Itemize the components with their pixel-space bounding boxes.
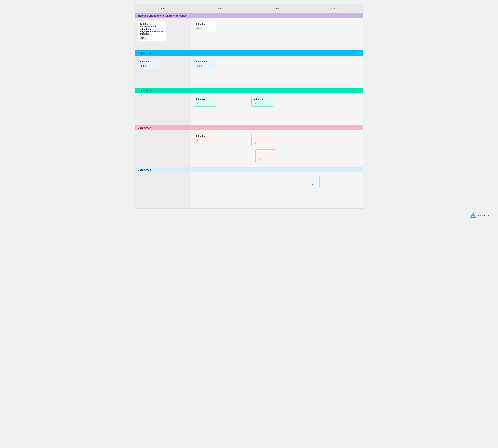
cell-obj5-next	[248, 173, 306, 208]
card-title: Initiative	[196, 23, 214, 25]
cell-obj1-now: Initiative IS 1	[191, 18, 248, 50]
objective-label-4: Objective 4	[138, 126, 152, 129]
card-obj1-now-1[interactable]: Initiative IS 1	[194, 21, 216, 32]
card-obj3-next-1[interactable]: Initiative 3	[251, 96, 273, 107]
objective-label-2: Objective 2	[138, 51, 152, 55]
cell-obj3-later	[306, 93, 363, 125]
card-title: Initiative	[140, 60, 158, 63]
card-badge: 5	[311, 183, 314, 186]
cell-obj5-now	[191, 173, 248, 208]
cell-obj4-next: 4 1	[248, 130, 306, 167]
content-row-2: Initiative SR 3 Initiative AR AR 1	[135, 56, 363, 88]
cell-obj1-next	[248, 18, 306, 50]
content-row-5: 5	[135, 173, 363, 208]
cell-obj2-next	[248, 56, 306, 88]
airfocus-logo-icon	[469, 212, 477, 219]
card-obj4-now-1[interactable]: Initiative 4	[194, 133, 216, 144]
card-obj5-later-1[interactable]: 5	[309, 175, 320, 188]
content-row-1: Build push notifications for added user …	[135, 18, 363, 50]
cell-obj4-later	[306, 130, 363, 167]
cell-obj1-later	[306, 18, 363, 50]
objective-row-3[interactable]: Objective 3	[135, 88, 363, 93]
cell-obj2-later	[306, 56, 363, 88]
column-headers: Done Now Next Later	[135, 4, 363, 13]
cell-obj5-done	[135, 173, 191, 208]
card-badge: SR 3	[140, 65, 147, 67]
card-badge: 1	[258, 158, 261, 161]
card-title: Initiative	[196, 135, 214, 138]
card-obj2-now-1[interactable]: Initiative AR AR 1	[194, 59, 216, 69]
cell-obj4-done	[135, 130, 191, 167]
card-badge: 2	[196, 102, 200, 105]
objective-label-3: Objective 3	[138, 89, 152, 92]
card-title: Initiative	[196, 98, 214, 100]
card-badge: IS 1	[196, 27, 203, 30]
card-badge: 4	[254, 142, 257, 144]
card-title: Initiative AR	[196, 60, 214, 63]
card-title: Initiative	[254, 98, 271, 100]
header-later: Later	[306, 4, 363, 13]
objective-row-5[interactable]: Objective 5	[135, 167, 363, 173]
content-row-4: Initiative 4 4 1	[135, 130, 363, 167]
cell-obj3-done	[135, 93, 191, 125]
logo-area: airfocus	[4, 208, 494, 221]
cell-obj2-done: Initiative SR 3	[135, 56, 191, 88]
airfocus-logo-text: airfocus	[478, 214, 489, 217]
header-done: Done	[135, 4, 191, 13]
card-obj2-done-1[interactable]: Initiative SR 3	[138, 59, 160, 69]
cell-obj1-done: Build push notifications for added user …	[135, 18, 191, 50]
header-next: Next	[248, 4, 306, 13]
cell-obj3-next: Initiative 3	[248, 93, 306, 125]
objective-row-4[interactable]: Objective 4	[135, 125, 363, 130]
header-now: Now	[191, 4, 248, 13]
objective-label-1: Increase engagement (sample objective)	[138, 14, 188, 17]
cell-obj4-now: Initiative 4	[191, 130, 248, 167]
card-title: Build push notifications for added user …	[140, 23, 164, 35]
content-row-3: Initiative 2 Initiative 3	[135, 93, 363, 125]
card-badge: 4	[196, 140, 200, 142]
cell-obj3-now: Initiative 2	[191, 93, 248, 125]
kanban-board: Done Now Next Later Increase engagement …	[135, 4, 363, 208]
svg-point-2	[472, 215, 474, 216]
cell-obj5-later: 5	[306, 173, 363, 208]
objective-label-5: Objective 5	[138, 168, 152, 171]
card-obj1-done-1[interactable]: Build push notifications for added user …	[138, 21, 166, 41]
cell-obj2-now: Initiative AR AR 1	[191, 56, 248, 88]
objective-row-2[interactable]: Objective 2	[135, 50, 363, 56]
card-obj4-next-2[interactable]: 1	[255, 149, 275, 162]
card-badge: MP 1	[140, 37, 147, 40]
objective-row-1[interactable]: Increase engagement (sample objective)	[135, 13, 363, 18]
card-badge: 3	[254, 102, 257, 105]
card-badge: AR 1	[196, 65, 204, 67]
card-obj3-now-1[interactable]: Initiative 2	[194, 96, 216, 107]
card-obj4-next-1[interactable]: 4	[251, 133, 271, 146]
